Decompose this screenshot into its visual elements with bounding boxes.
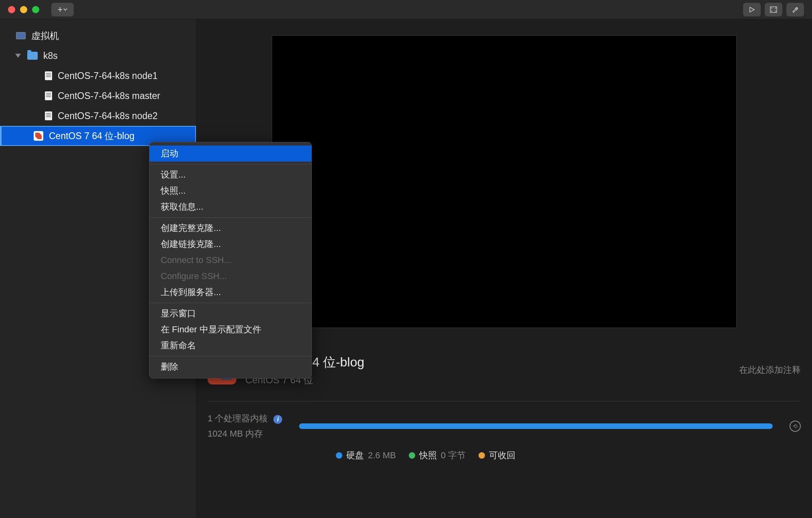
legend-disk-value: 2.6 MB bbox=[368, 450, 396, 461]
context-menu: 启动 设置... 快照... 获取信息... 创建完整克隆... 创建链接克隆.… bbox=[149, 142, 312, 378]
menu-get-info[interactable]: 获取信息... bbox=[149, 199, 311, 215]
play-icon bbox=[749, 6, 755, 13]
dot-orange-icon bbox=[479, 452, 485, 459]
menu-full-clone[interactable]: 创建完整克隆... bbox=[149, 220, 311, 236]
legend-disk: 硬盘 2.6 MB bbox=[336, 449, 396, 461]
vm-selected-icon bbox=[34, 131, 43, 141]
dot-green-icon bbox=[409, 452, 415, 459]
sidebar-vm-node1[interactable]: CentOS-7-64-k8s node1 bbox=[0, 66, 196, 86]
disk-legend: 硬盘 2.6 MB 快照 0 字节 可收回 bbox=[336, 449, 801, 461]
sidebar-root-label: 虚拟机 bbox=[31, 30, 59, 42]
chevron-down-icon bbox=[63, 8, 67, 11]
expand-icon bbox=[770, 6, 777, 13]
menu-snapshot[interactable]: 快照... bbox=[149, 183, 311, 199]
vm-file-icon bbox=[45, 91, 52, 100]
sidebar-vm-label: CentOS-7-64-k8s node2 bbox=[58, 111, 158, 121]
menu-separator bbox=[149, 303, 311, 303]
sidebar-folder-k8s[interactable]: k8s bbox=[0, 46, 196, 66]
main-area: 虚拟机 k8s CentOS-7-64-k8s node1 CentOS-7-6… bbox=[0, 19, 812, 518]
dot-blue-icon bbox=[336, 452, 342, 459]
disk-usage-bar bbox=[299, 423, 773, 429]
window-controls bbox=[8, 6, 39, 13]
add-vm-button[interactable]: + bbox=[51, 3, 74, 16]
legend-snapshot: 快照 0 字节 bbox=[409, 449, 466, 461]
menu-separator bbox=[149, 217, 311, 218]
menu-reveal-finder[interactable]: 在 Finder 中显示配置文件 bbox=[149, 322, 311, 338]
wrench-icon bbox=[792, 6, 799, 13]
memory-label: 1024 MB 内存 bbox=[208, 428, 282, 440]
menu-connect-ssh: Connect to SSH... bbox=[149, 252, 311, 268]
menu-configure-ssh: Configure SSH... bbox=[149, 268, 311, 284]
computer-icon bbox=[16, 32, 26, 39]
menu-linked-clone[interactable]: 创建链接克隆... bbox=[149, 236, 311, 252]
sidebar-folder-label: k8s bbox=[43, 51, 58, 61]
close-window-button[interactable] bbox=[8, 6, 15, 13]
disclosure-triangle-icon[interactable] bbox=[15, 54, 21, 58]
legend-reclaimable-label: 可收回 bbox=[489, 449, 515, 461]
menu-rename[interactable]: 重新命名 bbox=[149, 338, 311, 354]
vm-titles: CentOS 7 64 位-blog CentOS 7 64 位 bbox=[245, 354, 730, 386]
folder-icon bbox=[27, 52, 38, 60]
sidebar-vm-node2[interactable]: CentOS-7-64-k8s node2 bbox=[0, 106, 196, 126]
menu-settings[interactable]: 设置... bbox=[149, 167, 311, 183]
legend-disk-label: 硬盘 bbox=[346, 449, 364, 461]
menu-show-window[interactable]: 显示窗口 bbox=[149, 306, 311, 322]
disk-usage-fill bbox=[299, 423, 773, 429]
cpu-label: 1 个处理器内核 bbox=[208, 413, 268, 423]
titlebar: + bbox=[0, 0, 812, 19]
sidebar-vm-label: CentOS-7-64-k8s master bbox=[58, 91, 160, 101]
menu-separator bbox=[149, 356, 311, 356]
divider bbox=[208, 401, 801, 401]
vm-file-icon bbox=[45, 111, 52, 120]
vm-notes-field[interactable]: 在此处添加注释 bbox=[739, 364, 801, 376]
refresh-button[interactable]: ⟲ bbox=[790, 421, 801, 432]
vm-specs-row: 1 个处理器内核 i 1024 MB 内存 ⟲ bbox=[208, 413, 801, 440]
vm-preview[interactable] bbox=[272, 35, 737, 328]
info-icon[interactable]: i bbox=[273, 415, 282, 424]
vm-subtitle: CentOS 7 64 位 bbox=[245, 374, 730, 386]
sidebar-vm-label: CentOS 7 64 位-blog bbox=[49, 130, 135, 142]
legend-snapshot-label: 快照 bbox=[419, 449, 437, 461]
sidebar: 虚拟机 k8s CentOS-7-64-k8s node1 CentOS-7-6… bbox=[0, 19, 196, 518]
menu-upload[interactable]: 上传到服务器... bbox=[149, 284, 311, 300]
menu-separator bbox=[149, 164, 311, 164]
legend-snapshot-value: 0 字节 bbox=[441, 449, 466, 461]
vm-specs-text: 1 个处理器内核 i 1024 MB 内存 bbox=[208, 413, 282, 440]
settings-button[interactable] bbox=[786, 3, 804, 16]
play-button[interactable] bbox=[743, 3, 761, 16]
legend-reclaimable: 可收回 bbox=[479, 449, 515, 461]
maximize-window-button[interactable] bbox=[32, 6, 39, 13]
vm-title: CentOS 7 64 位-blog bbox=[245, 354, 730, 371]
plus-icon: + bbox=[58, 4, 63, 15]
fullscreen-button[interactable] bbox=[765, 3, 782, 16]
menu-start[interactable]: 启动 bbox=[149, 146, 311, 162]
sidebar-root-vms[interactable]: 虚拟机 bbox=[0, 26, 196, 46]
sidebar-vm-label: CentOS-7-64-k8s node1 bbox=[58, 71, 158, 81]
minimize-window-button[interactable] bbox=[20, 6, 27, 13]
toolbar-right bbox=[743, 3, 804, 16]
vm-file-icon bbox=[45, 71, 52, 80]
menu-delete[interactable]: 删除 bbox=[149, 359, 311, 375]
sidebar-vm-master[interactable]: CentOS-7-64-k8s master bbox=[0, 86, 196, 106]
